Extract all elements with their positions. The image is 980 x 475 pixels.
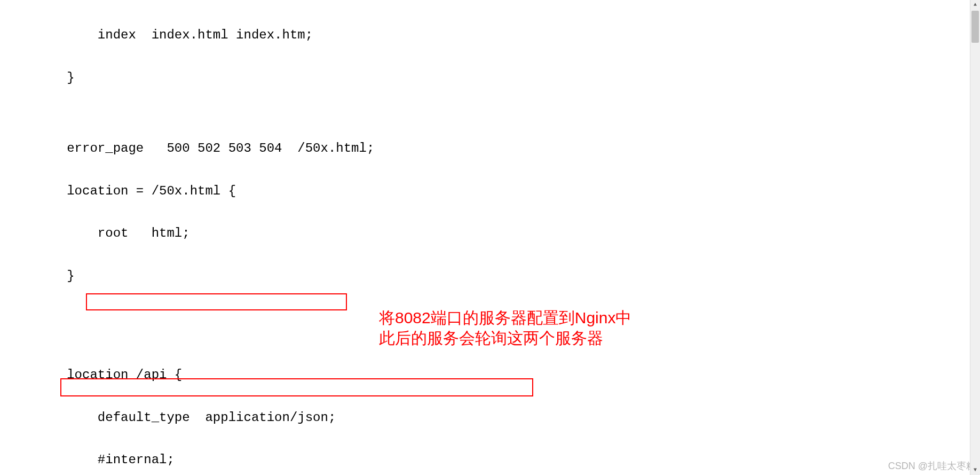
code-line: #internal; [0,453,811,468]
scroll-thumb[interactable] [971,11,979,43]
code-line: root html; [0,227,811,241]
code-line: location = /50x.html { [0,184,811,199]
code-line: error_page 500 502 503 504 /50x.html; [0,142,811,156]
code-line: default_type application/json; [0,411,811,425]
vertical-scrollbar[interactable]: ▲ ▼ [970,0,980,475]
code-line: index index.html index.htm; [0,28,811,43]
code-line: } [0,269,811,284]
code-line: } [0,71,811,85]
watermark: CSDN @扎哇太枣糕 [888,459,976,473]
code-line: location /api { [0,368,811,383]
scroll-up-icon[interactable]: ▲ [970,0,980,10]
annotation-text-2: 此后的服务会轮询这两个服务器 [379,328,603,348]
code-editor[interactable]: index index.html index.htm; } error_page… [0,0,811,475]
annotation-text-1: 将8082端口的服务器配置到Nginx中 [379,308,631,328]
scroll-down-icon[interactable]: ▼ [970,465,980,475]
